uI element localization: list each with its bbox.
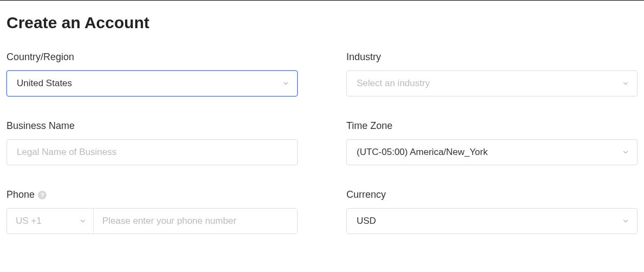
phone-group: Phone ? US +1 (6, 189, 298, 234)
chevron-down-icon (622, 80, 629, 87)
chevron-down-icon (622, 217, 629, 225)
timezone-group: Time Zone (UTC-05:00) America/New_York (346, 120, 638, 165)
phone-input[interactable] (94, 209, 297, 234)
help-icon[interactable]: ? (38, 191, 47, 199)
currency-select[interactable]: USD (346, 208, 638, 234)
phone-prefix-select[interactable]: US +1 (7, 209, 94, 234)
currency-group: Currency USD (346, 189, 638, 234)
country-value: United States (17, 78, 72, 89)
industry-label: Industry (346, 51, 638, 63)
industry-placeholder: Select an industry (357, 78, 430, 89)
timezone-label: Time Zone (346, 120, 638, 132)
business-name-group: Business Name (6, 120, 298, 165)
phone-field: US +1 (6, 208, 298, 234)
industry-select[interactable]: Select an industry (346, 70, 638, 96)
currency-value: USD (357, 216, 376, 226)
phone-prefix-value: US +1 (16, 216, 42, 226)
industry-group: Industry Select an industry (346, 51, 638, 96)
country-select[interactable]: United States (6, 70, 298, 96)
country-group: Country/Region United States (6, 51, 298, 96)
country-label: Country/Region (6, 51, 298, 63)
timezone-select[interactable]: (UTC-05:00) America/New_York (346, 139, 638, 165)
timezone-value: (UTC-05:00) America/New_York (357, 147, 488, 158)
form-grid: Country/Region United States Industry Se… (6, 51, 638, 234)
chevron-down-icon (622, 148, 629, 156)
currency-label: Currency (346, 189, 638, 200)
business-name-input[interactable] (6, 139, 298, 165)
page-title: Create an Account (6, 14, 638, 32)
chevron-down-icon (282, 80, 290, 87)
phone-label-text: Phone (6, 189, 35, 200)
business-name-label: Business Name (6, 120, 298, 132)
phone-label: Phone ? (6, 189, 298, 200)
chevron-down-icon (79, 217, 87, 225)
